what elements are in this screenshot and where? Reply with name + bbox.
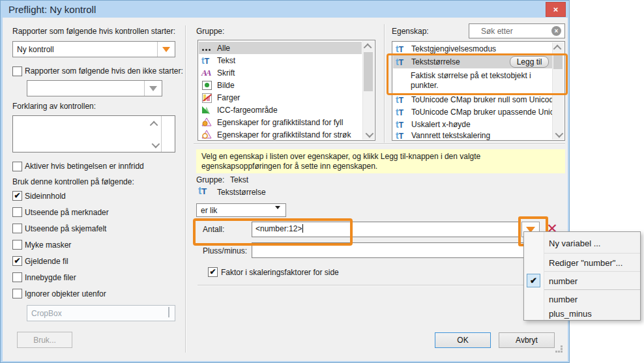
scrollbar-thumb[interactable] [364, 52, 373, 91]
report-fail-label: Rapporter som følgende hvis den ikke sta… [25, 66, 183, 76]
group-item-bilde[interactable]: Bilde [199, 79, 362, 91]
checkbox-gjeldende-fil[interactable]: ✔ [12, 256, 22, 266]
close-icon[interactable]: × [546, 2, 566, 17]
scroll-up-icon[interactable] [363, 41, 373, 51]
scroll-down-icon[interactable] [553, 129, 563, 139]
checkbox-sideinnhold[interactable]: ✔ [12, 191, 22, 201]
legg-til-button[interactable]: Legg til [510, 56, 549, 68]
report-start-value: Ny kontroll [17, 45, 54, 54]
checkbox-myke-masker[interactable] [12, 240, 22, 250]
menu-item-number[interactable]: number [549, 295, 636, 304]
cropbox-dropdown[interactable]: CropBox [27, 305, 175, 321]
variable-menu: Ny variabel ... Rediger "number"... ✔ nu… [523, 231, 641, 321]
text-icon: tT [396, 94, 407, 105]
chevron-down-icon [168, 308, 169, 317]
detail-property-name: Tekststørrelse [217, 188, 266, 197]
factor-label: Faktor i skaleringsfaktorer for side [221, 268, 339, 277]
report-start-dropdown[interactable]: Ny kontroll [12, 41, 175, 57]
colors-icon [201, 93, 213, 103]
text-icon: tT [396, 57, 407, 67]
menu-item-number-checked[interactable]: number [549, 276, 636, 286]
text-icon: tT [396, 44, 407, 54]
menu-item-edit-number[interactable]: Rediger "number"... [549, 258, 636, 268]
property-item-tounicode-null[interactable]: tT ToUnicode CMap bruker null som Unicod… [393, 93, 556, 106]
property-item-tekstgjengivelsesmodus[interactable]: tT Tekstgjengivelsesmodus [393, 42, 553, 55]
detail-group-label: Gruppe: [196, 175, 224, 184]
scroll-up-icon[interactable] [149, 119, 160, 129]
font-icon: AA [201, 68, 213, 78]
checkbox-merknader[interactable] [12, 207, 22, 217]
search-placeholder: Søk etter [481, 27, 513, 36]
condition-checkbox[interactable] [12, 162, 22, 171]
scroll-up-icon[interactable] [553, 42, 563, 53]
scrollbar-thumb[interactable] [553, 53, 563, 69]
menu-separator [544, 253, 640, 254]
property-scrollbar[interactable] [552, 42, 564, 139]
label-sideinnhold: Sideinnhold [25, 192, 66, 201]
plusminus-label: Pluss/minus: [203, 246, 247, 255]
group-item-alle[interactable]: Alle [199, 42, 362, 54]
screen: Preflight: Ny kontroll × Rapporter som f… [0, 0, 644, 363]
resize-grip[interactable] [555, 351, 557, 353]
bruk-button: Bruk... [17, 332, 72, 348]
plusminus-input[interactable] [252, 242, 524, 258]
text-icon: tT [396, 107, 407, 117]
report-fail-dropdown[interactable] [27, 80, 162, 96]
preflight-dialog: Preflight: Ny kontroll × Rapporter som f… [0, 0, 570, 363]
group-item-skrift[interactable]: AA Skrift [199, 66, 362, 79]
check-icon: ✔ [527, 274, 540, 287]
search-input[interactable]: Søk etter × [469, 23, 565, 38]
text-icon: tT [396, 130, 407, 141]
image-icon [201, 80, 213, 91]
label-gjeldende-fil: Gjeldende fil [25, 257, 68, 266]
amount-input[interactable]: <number:12> [252, 222, 519, 237]
checkbox-ignorer-objekter[interactable] [12, 289, 22, 298]
checkbox-skjemafelt[interactable] [12, 224, 22, 233]
property-description: Faktisk størrelse på et tekstobjekt i pu… [411, 71, 554, 91]
group-scrollbar[interactable] [362, 41, 374, 139]
gstate-stroke-icon [201, 130, 213, 140]
chevron-down-icon[interactable] [144, 81, 162, 96]
menu-item-plus-minus[interactable]: plus_minus [549, 309, 636, 319]
menu-item-new-variable[interactable]: Ny variabel ... [549, 239, 636, 248]
group-item-gstate-strok[interactable]: Egenskaper for grafikktilstand for strøk [199, 128, 362, 141]
textarea-scroll-divider [161, 116, 162, 152]
group-item-icc[interactable]: ICC-fargeområde [199, 104, 362, 116]
clear-search-icon[interactable]: × [551, 26, 561, 36]
operator-dropdown[interactable]: er lik [196, 203, 286, 217]
label-ignorer-objekter: Ignorer objekter utenfor [25, 289, 106, 298]
property-item-tekststorrelse[interactable]: tT Tekststørrelse Legg til [393, 55, 553, 68]
text-caret [302, 224, 303, 233]
lower-divider [198, 285, 565, 286]
scroll-down-icon[interactable] [149, 139, 160, 150]
text-icon: tT [396, 119, 407, 130]
cropbox-value: CropBox [31, 309, 62, 318]
menu-separator [544, 271, 640, 272]
text-icon: tT [198, 186, 210, 196]
label-skjemafelt: Utseende på skjemafelt [25, 224, 106, 233]
operator-value: er lik [201, 206, 217, 215]
group-listbox: Alle tT Tekst AA Skrift Bilde Farger [198, 40, 375, 141]
property-item-vannrett[interactable]: tT Vannrett tekstskalering [393, 129, 556, 141]
chevron-down-icon[interactable] [157, 42, 175, 57]
group-item-tekst[interactable]: tT Tekst [199, 54, 362, 66]
group-item-gstate-fyll[interactable]: Egenskaper for grafikktilstand for fyll [199, 116, 362, 128]
factor-checkbox[interactable]: ✔ [208, 267, 218, 277]
property-item-tounicode-upassende[interactable]: tT ToUnicode CMap bruker upassende Unico… [393, 106, 556, 118]
report-start-label: Rapporter som følgende hvis kontrollen s… [12, 27, 175, 36]
property-list-label: Egenskap: [392, 27, 429, 36]
gstate-fill-icon [201, 117, 213, 128]
cancel-button[interactable]: Avbryt [499, 332, 555, 348]
text-icon: tT [201, 55, 213, 66]
checkbox-innebygde-filer[interactable] [12, 272, 22, 282]
dialog-title: Preflight: Ny kontroll [8, 4, 96, 15]
ok-button[interactable]: OK [435, 332, 491, 348]
left-panel-divider [185, 25, 186, 353]
condition-label: Aktiver hvis betingelsen er innfridd [25, 162, 144, 171]
dots-icon [201, 43, 213, 53]
menu-separator [544, 289, 640, 290]
label-innebygde-filer: Innebygde filer [25, 273, 76, 282]
report-fail-checkbox[interactable] [12, 66, 22, 76]
group-item-farger[interactable]: Farger [199, 91, 362, 104]
scroll-down-icon[interactable] [363, 129, 373, 139]
